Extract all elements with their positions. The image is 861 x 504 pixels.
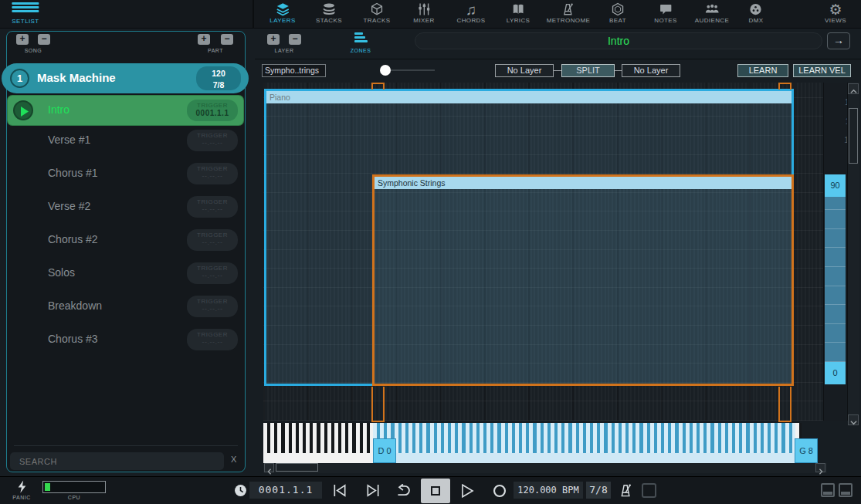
scroll-right-icon[interactable] bbox=[815, 463, 825, 472]
remove-song-button[interactable]: − bbox=[38, 34, 50, 45]
part-row-chorus-1[interactable]: Chorus #1 TRIGGER --.--.-- bbox=[8, 159, 243, 188]
horizontal-scroll-thumb[interactable] bbox=[276, 463, 318, 472]
tab-stacks[interactable]: STACKS bbox=[316, 2, 342, 24]
record-icon[interactable] bbox=[493, 484, 507, 501]
trigger-badge[interactable]: TRIGGER 0001.1.1 bbox=[187, 100, 238, 121]
part-row-verse-2[interactable]: Verse #2 TRIGGER --.--.-- bbox=[8, 192, 243, 222]
trigger-badge[interactable]: TRIGGER --.--.-- bbox=[187, 329, 238, 350]
nav-label: STACKS bbox=[316, 17, 342, 24]
tab-views[interactable]: ⚙ VIEWS bbox=[825, 2, 846, 24]
trigger-label: TRIGGER bbox=[187, 165, 238, 172]
zone-range-handle-top-left[interactable] bbox=[371, 83, 385, 90]
song-number-badge: 1 bbox=[10, 69, 29, 88]
play-part-icon[interactable] bbox=[13, 100, 33, 120]
search-input[interactable] bbox=[10, 452, 224, 470]
split-right-layer-button[interactable]: No Layer bbox=[622, 64, 680, 77]
add-part-button[interactable]: + bbox=[198, 34, 210, 45]
tab-zones[interactable]: ZONES bbox=[351, 48, 371, 53]
trigger-badge[interactable]: TRIGGER --.--.-- bbox=[187, 296, 238, 317]
tab-layers[interactable]: LAYERS bbox=[269, 2, 295, 24]
trigger-badge[interactable]: TRIGGER --.--.-- bbox=[187, 163, 238, 184]
panel-layout-left-icon[interactable] bbox=[821, 483, 835, 497]
piano-zone-header[interactable]: Piano bbox=[266, 91, 792, 103]
loop-icon[interactable] bbox=[396, 484, 412, 500]
learn-button[interactable]: LEARN bbox=[737, 64, 788, 77]
velocity-high-handle[interactable]: 90 bbox=[825, 174, 846, 197]
zones-icon bbox=[354, 32, 369, 42]
scroll-down-icon[interactable] bbox=[848, 414, 859, 425]
zone-range-handle-bottom-left[interactable] bbox=[371, 387, 385, 422]
stop-icon bbox=[431, 486, 440, 496]
trigger-badge[interactable]: TRIGGER --.--.-- bbox=[187, 229, 238, 251]
tab-beat[interactable]: BEAT bbox=[609, 2, 626, 24]
search-box[interactable] bbox=[10, 452, 224, 470]
scroll-left-icon[interactable] bbox=[264, 463, 274, 472]
split-button[interactable]: SPLIT bbox=[561, 64, 615, 77]
tab-setlist[interactable]: SETLIST bbox=[12, 2, 39, 26]
horizontal-scrollbar[interactable] bbox=[263, 463, 827, 473]
next-part-button[interactable]: → bbox=[827, 32, 850, 49]
scroll-up-icon[interactable] bbox=[848, 83, 859, 94]
add-song-button[interactable]: + bbox=[16, 34, 29, 45]
trigger-value: --.--.-- bbox=[187, 272, 238, 279]
tab-mixer[interactable]: MIXER bbox=[413, 2, 434, 24]
remove-layer-button[interactable]: − bbox=[289, 34, 301, 45]
velocity-low-handle[interactable]: 0 bbox=[825, 362, 846, 384]
tab-lyrics[interactable]: LYRICS bbox=[507, 2, 530, 24]
panic-label: PANIC bbox=[12, 495, 30, 500]
cpu-label: CPU bbox=[68, 495, 80, 500]
nav-label: CHORDS bbox=[456, 17, 485, 24]
tab-metronome[interactable]: METRONOME bbox=[547, 2, 591, 24]
selected-layer-name[interactable]: Sympho..trings bbox=[262, 64, 326, 77]
symphonic-strings-zone-body[interactable] bbox=[375, 189, 792, 384]
trigger-badge[interactable]: TRIGGER --.--.-- bbox=[187, 196, 238, 218]
search-clear-button[interactable]: X bbox=[231, 455, 236, 464]
stop-button[interactable] bbox=[421, 479, 450, 503]
keyboard-unselected-left[interactable] bbox=[263, 423, 373, 463]
symphonic-strings-zone-header[interactable]: Symphonic Strings bbox=[375, 177, 792, 189]
nav-label: NOTES bbox=[654, 17, 677, 24]
zone-range-handle-bottom-right[interactable] bbox=[778, 387, 792, 422]
range-end-note-handle[interactable]: G 8 bbox=[795, 438, 818, 463]
vertical-scroll-thumb[interactable] bbox=[849, 108, 858, 164]
part-row-solos[interactable]: Solos TRIGGER --.--.-- bbox=[8, 259, 243, 288]
time-signature-display[interactable]: 7/8 bbox=[586, 482, 611, 499]
keyboard-selected-range[interactable] bbox=[373, 423, 795, 463]
learn-vel-button[interactable]: LEARN VEL bbox=[793, 64, 851, 77]
panel-layout-right-icon[interactable] bbox=[839, 483, 853, 497]
clock-icon[interactable] bbox=[234, 484, 247, 500]
zone-range-handle-top-right[interactable] bbox=[778, 83, 792, 90]
symphonic-strings-zone[interactable]: Symphonic Strings bbox=[372, 174, 794, 386]
tempo-display[interactable]: 120.000 BPM bbox=[514, 482, 583, 499]
trigger-badge[interactable]: TRIGGER --.--.-- bbox=[187, 262, 238, 284]
remove-part-button[interactable]: − bbox=[221, 34, 233, 45]
trigger-badge[interactable]: TRIGGER --.--.-- bbox=[187, 130, 238, 151]
part-row-chorus-3[interactable]: Chorus #3 TRIGGER --.--.-- bbox=[8, 325, 243, 354]
rewind-to-start-icon[interactable] bbox=[332, 484, 347, 500]
panic-icon[interactable] bbox=[17, 480, 27, 496]
tab-notes[interactable]: NOTES bbox=[654, 2, 677, 24]
part-row-verse-1[interactable]: Verse #1 TRIGGER --.--.-- bbox=[8, 126, 243, 155]
play-icon[interactable] bbox=[461, 484, 474, 501]
tab-tracks[interactable]: TRACKS bbox=[364, 2, 391, 24]
part-row-chorus-2[interactable]: Chorus #2 TRIGGER --.--.-- bbox=[8, 225, 243, 255]
part-name: Verse #1 bbox=[48, 134, 90, 146]
velocity-range-highlight[interactable] bbox=[825, 197, 846, 362]
metronome-toggle-icon[interactable] bbox=[619, 483, 633, 501]
range-start-note-handle[interactable]: D 0 bbox=[373, 438, 396, 463]
song-header[interactable]: 1 Mask Machine 120 7/8 bbox=[2, 63, 249, 93]
add-layer-button[interactable]: + bbox=[267, 34, 280, 45]
tab-dmx[interactable]: DMX bbox=[749, 2, 764, 24]
part-name: Chorus #1 bbox=[48, 167, 98, 179]
count-in-checkbox[interactable] bbox=[642, 483, 656, 498]
nav-label: BEAT bbox=[609, 17, 626, 24]
split-left-layer-button[interactable]: No Layer bbox=[495, 64, 554, 77]
part-row-breakdown[interactable]: Breakdown TRIGGER --.--.-- bbox=[8, 292, 243, 321]
zone-grid[interactable]: Piano Symphonic Strings bbox=[263, 83, 823, 421]
layer-volume-knob[interactable] bbox=[380, 65, 391, 76]
tab-audience[interactable]: AUDIENCE bbox=[695, 2, 730, 24]
skip-to-end-icon[interactable] bbox=[365, 484, 381, 500]
song-position-display[interactable]: 0001.1.1 bbox=[249, 482, 322, 499]
tab-chords[interactable]: ♫ CHORDS bbox=[456, 2, 485, 24]
part-row-intro[interactable]: Intro TRIGGER 0001.1.1 bbox=[8, 96, 243, 125]
